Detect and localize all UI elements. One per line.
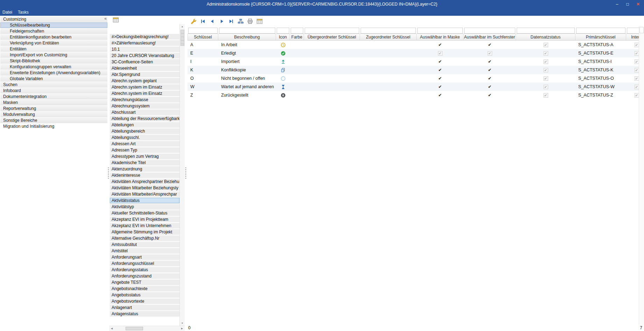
key-list-item[interactable]: Angebote TEST <box>110 280 179 285</box>
key-list-item[interactable]: 10.1 <box>110 47 179 52</box>
previous-record-button[interactable] <box>208 17 217 26</box>
minimize-button[interactable]: – <box>612 0 622 8</box>
filter-input-icon[interactable] <box>277 28 289 34</box>
key-list-item[interactable]: Angebotsvortexte <box>110 298 179 304</box>
key-list-item[interactable]: Abteilung der Ressourcenverfügbark <box>110 116 179 121</box>
sidebar-item[interactable]: Entitäten <box>0 46 107 52</box>
checkbox-checked[interactable]: ✔ <box>488 93 491 98</box>
key-list-item[interactable]: Aktivitäten Mitarbeiter/Ansprechpar <box>110 191 179 197</box>
key-list-item[interactable]: Anlagenart <box>110 305 179 310</box>
table-row[interactable]: KKonfliktkopie✔✔✔S_ACTSTATUS-K✔ <box>187 66 639 74</box>
collapse-sidebar-icon[interactable]: « <box>104 16 107 21</box>
key-list-item[interactable]: #>Deckungsbeitragsrechnung! <box>110 34 179 40</box>
key-list-item[interactable]: Amtssubstitut <box>110 242 179 247</box>
key-list-item[interactable]: Akzeptanz EVI im Projektteam <box>110 217 179 222</box>
key-list-item[interactable]: Aktivitätsstatus <box>110 198 179 203</box>
key-list-item[interactable]: Abrechn.system im Einsatz <box>110 91 179 96</box>
key-list-item[interactable]: Anforderungsart <box>110 254 179 260</box>
column-header-primaerschluessel[interactable]: Primärschlüssel <box>575 34 626 41</box>
column-header-beschreibung[interactable]: Beschreibung <box>218 34 276 41</box>
menu-item-tasks[interactable]: Tasks <box>18 10 29 15</box>
key-list-item[interactable]: Abrechn.system im Einsatz <box>110 84 179 90</box>
filter-input-uebergeordneter_schluessel[interactable] <box>305 28 359 34</box>
table-row[interactable]: ONicht begonnen / offen✔✔✔S_ACTSTATUS-O✔ <box>187 74 639 83</box>
key-list-item[interactable]: Anforderungsstatus <box>110 267 179 273</box>
key-list-item[interactable]: Adressen Typ <box>110 147 179 153</box>
checkbox-checked[interactable]: ✔ <box>438 84 442 89</box>
key-list-item[interactable]: Aktueller Schnittstellen-Status <box>110 210 179 216</box>
column-header-auswaehlbar_in_maske[interactable]: Auswählbar in Maske <box>417 34 463 41</box>
scrollbar-thumb[interactable] <box>181 30 184 46</box>
column-header-intern[interactable]: Intern <box>626 34 639 41</box>
filter-input-intern[interactable] <box>627 28 639 34</box>
key-list-item[interactable]: Alternative Geschäftsp.Nr <box>110 235 179 241</box>
filter-input-auswaehlbar_in_maske[interactable] <box>417 28 463 34</box>
checkbox-checked[interactable]: ✔ <box>488 76 491 81</box>
close-button[interactable]: ✕ <box>633 0 643 8</box>
key-list-item[interactable]: #>Zählerfernauslesung! <box>110 40 179 46</box>
menu-item-datei[interactable]: Datei <box>2 10 12 15</box>
key-list-item[interactable]: Aktieninteresse <box>110 172 179 178</box>
key-list-item[interactable]: Abschlussart <box>110 110 179 115</box>
table-vertical-scrollbar[interactable] <box>639 27 644 325</box>
sidebar-item[interactable]: Erweiterte Einstellungen (Anwendungsvari… <box>0 70 107 76</box>
key-list-item[interactable]: Aktivitäten Mitarbeiter Beziehungsty <box>110 185 179 191</box>
sidebar-item[interactable]: Konfigurationsgruppen verwalten <box>0 64 107 70</box>
scroll-up-icon[interactable]: ▲ <box>181 24 184 29</box>
filter-input-primaerschluessel[interactable] <box>576 28 625 34</box>
filter-input-datensatzstatus[interactable] <box>517 28 575 34</box>
filter-input-schluessel[interactable] <box>188 28 218 34</box>
key-list-item[interactable]: Akademische Titel <box>110 160 179 166</box>
sidebar-item[interactable]: Modulverwaltung <box>0 112 107 117</box>
sidebar-item[interactable]: Customizing <box>0 16 107 22</box>
sidebar-item[interactable]: Sonstige Bereiche <box>0 118 107 123</box>
key-list-item[interactable]: Abrechnungsklasse <box>110 97 179 103</box>
sidebar-item[interactable]: Entitätenkonfiguration bearbeiten <box>0 34 107 40</box>
hierarchy-button[interactable] <box>236 17 245 26</box>
last-record-button[interactable] <box>227 17 235 26</box>
key-list-horizontal-scrollbar[interactable]: ◀ ▶ <box>109 326 185 331</box>
sidebar-item[interactable]: Migration und Initialisierung <box>0 124 107 129</box>
key-list-item[interactable]: Abrechnungssystem <box>110 103 179 109</box>
filter-input-farbe[interactable] <box>291 28 303 34</box>
key-list-item[interactable]: Allgemeine Stimmung im Projekt <box>110 229 179 235</box>
sidebar-item[interactable]: Dokumentenintegration <box>0 94 107 99</box>
sidebar-item[interactable]: Verknüpfung von Entitäten <box>0 40 107 46</box>
key-list-item[interactable]: Aktenzuordnung <box>110 166 179 172</box>
column-header-datensatzstatus[interactable]: Datensatzstatus <box>516 34 575 41</box>
key-list-item[interactable]: Angebotsstatus <box>110 292 179 298</box>
scroll-left-icon[interactable]: ◀ <box>109 327 114 330</box>
key-list-item[interactable]: Abteilungsbereich <box>110 128 179 134</box>
sidebar-item[interactable]: Infoboard <box>0 88 107 93</box>
key-list-item[interactable]: Abteilungen <box>110 122 179 128</box>
checkbox-checked[interactable]: ✔ <box>438 68 442 72</box>
key-list-item[interactable]: Anlagenstatus <box>110 311 179 317</box>
table-row[interactable]: IImportiert✔✔✔S_ACTSTATUS-I✔ <box>187 57 639 66</box>
scroll-right-icon[interactable]: ▶ <box>179 327 185 330</box>
key-list-item[interactable]: Akzeptanz EVI im Unternehmen <box>110 223 179 228</box>
scrollbar-thumb[interactable] <box>126 327 143 330</box>
print-button[interactable] <box>246 17 254 26</box>
next-record-button[interactable] <box>217 17 226 26</box>
first-record-button[interactable] <box>198 17 207 26</box>
table-button[interactable] <box>255 17 264 26</box>
sidebar-item[interactable]: Globale Variablen <box>0 76 107 82</box>
key-list-item[interactable]: Anforderungsschlüssel <box>110 261 179 266</box>
key-list-item[interactable]: Angebotsnachtexte <box>110 286 179 291</box>
key-list-vertical-scrollbar[interactable]: ▲ ▼ <box>179 24 185 326</box>
key-list-item[interactable]: Amtstitel <box>110 248 179 254</box>
key-list-item[interactable]: 3C-Confluence-Seiten <box>110 59 179 65</box>
table-row[interactable]: EErledigt✔✔✔S_ACTSTATUS-E✔ <box>187 49 639 57</box>
column-header-schluessel[interactable]: Schlüssel <box>187 34 218 41</box>
column-header-icon[interactable]: Icon <box>276 34 290 41</box>
filter-input-auswaehlbar_im_suchfenster[interactable] <box>464 28 515 34</box>
column-header-uebergeordneter_schluessel[interactable]: Übergeordneter Schlüssel <box>304 34 360 41</box>
sidebar-item[interactable]: Schlüsselbearbeitung <box>0 22 107 28</box>
table-row[interactable]: AIn Arbeit✔✔✔S_ACTSTATUS-A✔ <box>187 41 639 49</box>
key-list-item[interactable]: Aktivitäten Ansprechpartner Beziehu <box>110 179 179 184</box>
key-list-item[interactable]: Aktivitätstyp <box>110 204 179 210</box>
splitter-grip-icon[interactable] <box>185 167 187 179</box>
key-list-item[interactable]: 20 Jahre CURSOR Veranstaltung <box>110 53 179 58</box>
sidebar-item[interactable]: Skript-Bibliothek <box>0 58 107 64</box>
column-header-farbe[interactable]: Farbe <box>290 34 304 41</box>
